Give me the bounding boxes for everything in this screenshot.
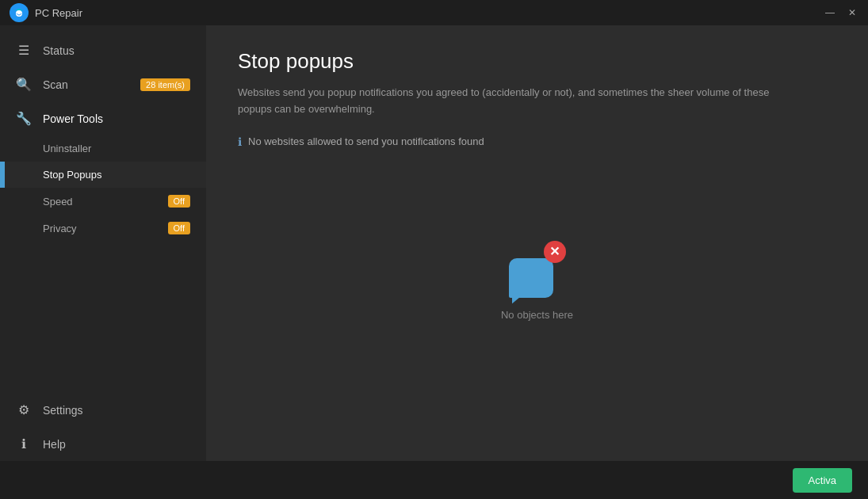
scan-badge: 28 item(s) xyxy=(140,78,190,91)
app-logo xyxy=(10,3,29,22)
sidebar-sublabel-stop-popups: Stop Popups xyxy=(43,169,101,181)
sidebar: ☰ Status 🔍 Scan 28 item(s) 🔧 Power Tools… xyxy=(0,25,206,461)
sidebar-item-scan[interactable]: 🔍 Scan 28 item(s) xyxy=(0,67,206,101)
activate-button[interactable]: Activa xyxy=(793,468,852,493)
info-message: No websites allowed to send you notifica… xyxy=(248,135,484,147)
sidebar-sublabel-privacy: Privacy xyxy=(43,223,77,234)
speed-badge: Off xyxy=(168,195,190,208)
page-title: Stop popups xyxy=(238,49,836,74)
sidebar-label-scan: Scan xyxy=(43,78,68,91)
sidebar-item-settings[interactable]: ⚙ Settings xyxy=(0,393,206,427)
sidebar-subitem-speed[interactable]: Speed Off xyxy=(0,188,206,215)
close-button[interactable]: ✕ xyxy=(846,7,858,18)
sidebar-label-help: Help xyxy=(43,438,66,451)
empty-icon: ✕ xyxy=(509,241,566,298)
main-content: Stop popups Websites send you popup noti… xyxy=(206,25,868,461)
empty-label: No objects here xyxy=(501,309,573,321)
app-body: ☰ Status 🔍 Scan 28 item(s) 🔧 Power Tools… xyxy=(0,25,868,461)
window-controls: — ✕ xyxy=(824,7,858,18)
sidebar-item-status[interactable]: ☰ Status xyxy=(0,33,206,67)
bottom-bar: Activa xyxy=(0,461,868,499)
sidebar-label-status: Status xyxy=(43,44,75,57)
sidebar-subitem-uninstaller[interactable]: Uninstaller xyxy=(0,135,206,162)
sidebar-label-settings: Settings xyxy=(43,404,83,417)
app-title: PC Repair xyxy=(35,7,824,19)
status-icon: ☰ xyxy=(16,43,32,58)
privacy-badge: Off xyxy=(168,222,190,234)
empty-state: ✕ No objects here xyxy=(238,172,836,437)
titlebar: PC Repair — ✕ xyxy=(0,0,868,25)
sidebar-sublabel-uninstaller: Uninstaller xyxy=(43,143,91,154)
info-bar: ℹ No websites allowed to send you notifi… xyxy=(238,135,836,148)
minimize-button[interactable]: — xyxy=(824,7,836,18)
sidebar-sublabel-speed: Speed xyxy=(43,196,73,208)
power-tools-icon: 🔧 xyxy=(16,111,32,126)
help-icon: ℹ xyxy=(16,436,32,451)
info-icon: ℹ xyxy=(238,135,242,148)
sidebar-item-help[interactable]: ℹ Help xyxy=(0,427,206,461)
sidebar-subitem-stop-popups[interactable]: Stop Popups xyxy=(0,162,206,188)
page-description: Websites send you popup notifications yo… xyxy=(238,85,777,118)
chat-bubble-icon xyxy=(509,258,553,298)
scan-icon: 🔍 xyxy=(16,77,32,92)
sidebar-label-power-tools: Power Tools xyxy=(43,112,103,125)
error-circle-icon: ✕ xyxy=(544,241,566,263)
sidebar-item-power-tools[interactable]: 🔧 Power Tools xyxy=(0,101,206,135)
settings-icon: ⚙ xyxy=(16,402,32,417)
sidebar-subitem-privacy[interactable]: Privacy Off xyxy=(0,215,206,242)
